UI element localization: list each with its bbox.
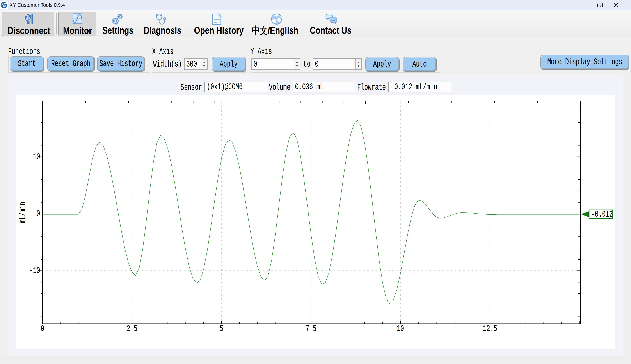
svg-text:10: 10 (33, 152, 40, 162)
svg-text:0: 0 (41, 324, 44, 334)
svg-text:7.5: 7.5 (306, 324, 316, 334)
svg-text:12.5: 12.5 (483, 324, 497, 334)
svg-text:10: 10 (397, 324, 404, 334)
svg-text:-10: -10 (29, 266, 40, 276)
svg-text:2.5: 2.5 (127, 324, 137, 334)
svg-text:5: 5 (220, 324, 223, 334)
svg-text:-0.012: -0.012 (591, 209, 613, 219)
svg-text:0: 0 (37, 209, 40, 219)
svg-text:mL/min: mL/min (18, 202, 28, 223)
